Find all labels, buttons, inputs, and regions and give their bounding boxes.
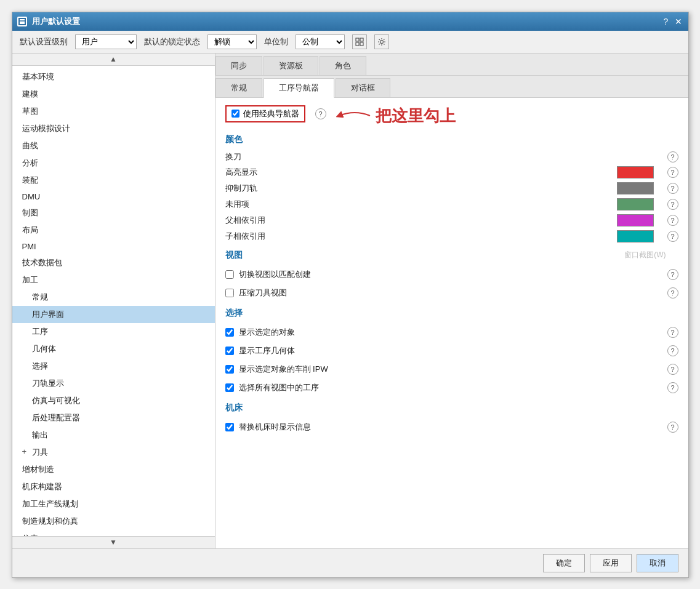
ok-button[interactable]: 确定 — [543, 554, 585, 572]
scroll-down-arrow[interactable]: ▼ — [12, 536, 215, 548]
svg-rect-2 — [356, 38, 359, 41]
title-bar: 用户默认设置 ? ✕ — [12, 12, 688, 31]
svg-rect-0 — [19, 18, 25, 25]
help-icon-color-1[interactable]: ? — [667, 167, 678, 178]
list-item-assembly[interactable]: 装配 — [12, 172, 215, 189]
color-row-4: 父相依引用 ? — [225, 214, 678, 226]
help-icon-color-0[interactable]: ? — [667, 151, 678, 162]
machine-checkbox-0: 替换机床时显示信息 ? — [225, 420, 678, 435]
unit-select[interactable]: 公制 英制 — [296, 34, 345, 49]
help-icon-color-2[interactable]: ? — [667, 183, 678, 194]
select-checkbox-2: 显示选定对象的车削 IPW ? — [225, 362, 678, 377]
list-item-drawing[interactable]: 制图 — [12, 204, 215, 222]
title-bar-controls: ? ✕ — [661, 17, 683, 26]
help-icon-view-0[interactable]: ? — [667, 269, 678, 280]
list-item-simulation[interactable]: 仿真 — [12, 530, 215, 536]
help-icon-machine-0[interactable]: ? — [667, 422, 678, 433]
scroll-up-arrow[interactable]: ▲ — [12, 54, 215, 66]
list-item-analysis[interactable]: 分析 — [12, 154, 215, 172]
color-swatch-2[interactable] — [617, 182, 654, 194]
list-item-pmi[interactable]: PMI — [12, 239, 215, 254]
help-icon-select-1[interactable]: ? — [667, 345, 678, 356]
svg-rect-4 — [356, 42, 359, 46]
select-checkbox-input-0[interactable] — [225, 328, 234, 337]
use-classic-nav-checkbox[interactable] — [231, 110, 239, 118]
tab-op-navigator[interactable]: 工序导航器 — [264, 78, 334, 98]
settings-icon-btn[interactable] — [374, 34, 389, 49]
color-swatch-5[interactable] — [617, 230, 654, 242]
select-checkbox-0: 显示选定的对象 ? — [225, 325, 678, 340]
apply-button[interactable]: 应用 — [590, 554, 632, 572]
settings-level-select[interactable]: 用户 系统 站点 — [75, 34, 137, 49]
select-checkbox-input-1[interactable] — [225, 347, 234, 355]
main-content: ▲ 基本环境建模草图运动模拟设计曲线分析装配DMU制图布局PMI技术数据包加工常… — [12, 54, 688, 548]
view-checkbox-0: 切换视图以匹配创建 ? — [225, 267, 678, 282]
list-item-curve[interactable]: 曲线 — [12, 137, 215, 154]
help-icon-color-5[interactable]: ? — [667, 231, 678, 242]
select-checkbox-1: 显示工序几何体 ? — [225, 343, 678, 358]
color-row-3: 未用项 ? — [225, 198, 678, 210]
list-item-machining[interactable]: 加工 — [12, 271, 215, 289]
list-item-sim-visual[interactable]: 仿真与可视化 — [12, 392, 215, 409]
help-icon-select-0[interactable]: ? — [667, 327, 678, 338]
svg-rect-5 — [360, 42, 363, 46]
tab-general[interactable]: 常规 — [215, 78, 262, 97]
list-item-motion-sim[interactable]: 运动模拟设计 — [12, 120, 215, 137]
list-item-toolpath-display[interactable]: 刀轨显示 — [12, 375, 215, 392]
list-item-additive[interactable]: 增材制造 — [12, 461, 215, 478]
list-item-select[interactable]: 选择 — [12, 358, 215, 375]
tab-resource[interactable]: 资源板 — [264, 56, 318, 75]
dialog-window: 用户默认设置 ? ✕ 默认设置级别 用户 系统 站点 默认的锁定状态 解锁 锁定… — [12, 12, 689, 578]
nav-list: 基本环境建模草图运动模拟设计曲线分析装配DMU制图布局PMI技术数据包加工常规用… — [12, 66, 215, 536]
color-swatch-1[interactable] — [617, 166, 654, 178]
view-checkbox-input-0[interactable] — [225, 270, 234, 279]
list-item-user-interface[interactable]: 用户界面 — [12, 306, 215, 323]
dialog-title: 用户默认设置 — [32, 16, 661, 27]
help-icon-select-3[interactable]: ? — [667, 382, 678, 393]
tab-role[interactable]: 角色 — [320, 56, 366, 75]
color-swatch-3[interactable] — [617, 198, 654, 210]
list-item-tools[interactable]: 刀具 — [12, 444, 215, 461]
list-item-geometry[interactable]: 几何体 — [12, 340, 215, 358]
color-row-1: 高亮显示 ? — [225, 166, 678, 178]
list-item-machine-builder[interactable]: 机床构建器 — [12, 478, 215, 495]
lock-state-label: 默认的锁定状态 — [144, 36, 200, 47]
close-button[interactable]: ✕ — [674, 17, 683, 26]
list-item-tech-data[interactable]: 技术数据包 — [12, 254, 215, 271]
color-swatch-4[interactable] — [617, 214, 654, 226]
view-checkbox-input-1[interactable] — [225, 289, 234, 297]
list-item-layout[interactable]: 布局 — [12, 222, 215, 239]
view-watermark: 窗口截图(W) — [624, 250, 666, 260]
help-icon-color-4[interactable]: ? — [667, 215, 678, 226]
list-item-postprocess[interactable]: 后处理配置器 — [12, 409, 215, 427]
select-checkbox-input-2[interactable] — [225, 365, 234, 374]
list-item-general-sub[interactable]: 常规 — [12, 289, 215, 306]
color-row-5: 子相依引用 ? — [225, 230, 678, 242]
tab-sync[interactable]: 同步 — [215, 56, 262, 75]
list-item-production-plan[interactable]: 加工生产线规划 — [12, 495, 215, 513]
tab-dialog[interactable]: 对话框 — [336, 78, 390, 97]
grid-icon-btn[interactable] — [352, 34, 367, 49]
bottom-bar: 确定 应用 取消 — [12, 548, 688, 577]
list-item-output[interactable]: 输出 — [12, 427, 215, 444]
section-select-title: 选择 — [225, 308, 678, 320]
help-button[interactable]: ? — [661, 17, 671, 26]
list-item-mfg-sim[interactable]: 制造规划和仿真 — [12, 513, 215, 530]
list-item-sketch[interactable]: 草图 — [12, 103, 215, 120]
help-icon-color-3[interactable]: ? — [667, 199, 678, 210]
cancel-button[interactable]: 取消 — [637, 554, 678, 572]
help-icon-main[interactable]: ? — [315, 108, 326, 119]
help-icon-view-1[interactable]: ? — [667, 287, 678, 299]
machine-checkbox-input-0[interactable] — [225, 423, 234, 431]
list-item-process[interactable]: 工序 — [12, 323, 215, 340]
list-item-modeling[interactable]: 建模 — [12, 86, 215, 103]
use-classic-nav-label: 使用经典导航器 — [243, 108, 299, 119]
tab-content: 使用经典导航器 ? — [215, 98, 688, 548]
list-item-dmu[interactable]: DMU — [12, 189, 215, 204]
help-icon-select-2[interactable]: ? — [667, 364, 678, 375]
lock-state-select[interactable]: 解锁 锁定 — [207, 34, 257, 49]
tab-row-1: 同步 资源板 角色 — [215, 54, 688, 76]
select-checkbox-input-3[interactable] — [225, 383, 234, 392]
view-checkbox-1: 压缩刀具视图 ? — [225, 286, 678, 300]
list-item-basic-env[interactable]: 基本环境 — [12, 68, 215, 86]
